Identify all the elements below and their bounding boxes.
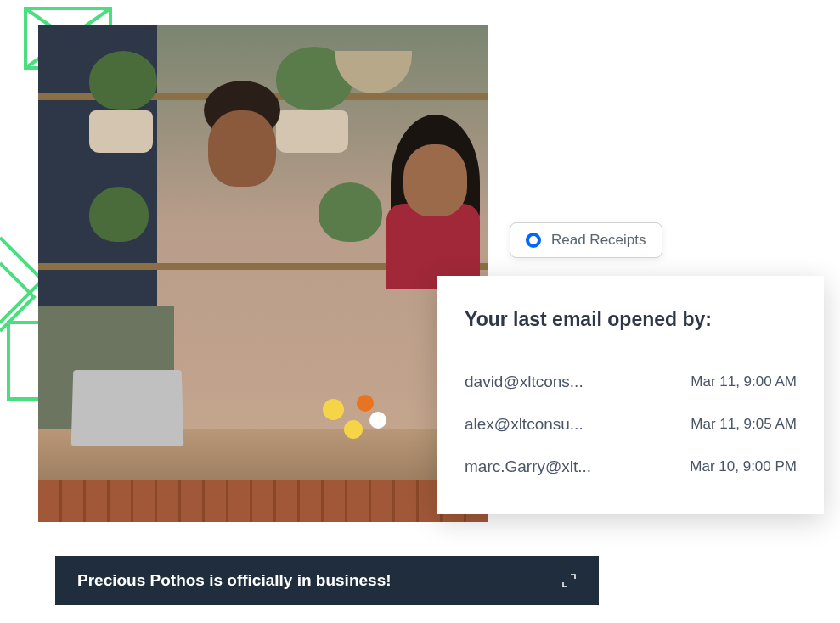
badge-label: Read Receipts <box>551 232 646 249</box>
open-timestamp: Mar 11, 9:05 AM <box>691 416 797 433</box>
read-receipt-row: alex@xltconsu... Mar 11, 9:05 AM <box>465 403 797 446</box>
banner-text: Precious Pothos is officially in busines… <box>77 571 392 590</box>
read-receipt-row: david@xltcons... Mar 11, 9:00 AM <box>465 361 797 403</box>
card-title: Your last email opened by: <box>465 308 797 331</box>
read-receipt-row: marc.Garry@xlt... Mar 10, 9:00 PM <box>465 446 797 488</box>
read-receipts-badge[interactable]: Read Receipts <box>510 222 662 258</box>
recipient-email: alex@xltconsu... <box>465 415 583 434</box>
announcement-banner[interactable]: Precious Pothos is officially in busines… <box>55 556 599 605</box>
open-timestamp: Mar 11, 9:00 AM <box>691 373 797 390</box>
read-receipts-card: Your last email opened by: david@xltcons… <box>437 276 824 514</box>
expand-icon[interactable] <box>561 573 577 588</box>
hero-photo <box>38 25 488 522</box>
recipient-email: david@xltcons... <box>465 373 583 391</box>
recipient-email: marc.Garry@xlt... <box>465 457 591 476</box>
open-timestamp: Mar 10, 9:00 PM <box>690 458 797 475</box>
radio-icon <box>526 233 541 248</box>
